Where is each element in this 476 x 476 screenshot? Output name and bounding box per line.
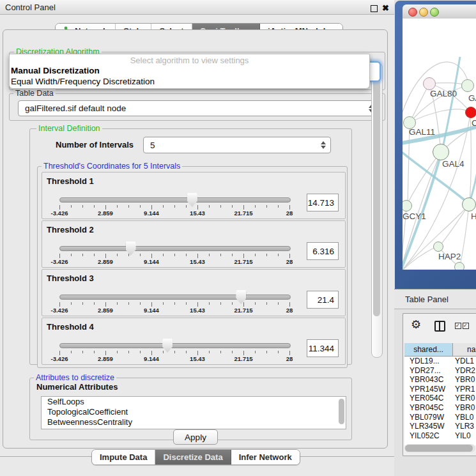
- cell-shared-name[interactable]: YDL19...: [404, 357, 452, 366]
- zoom-traffic-light-icon[interactable]: [430, 8, 439, 17]
- table-hscrollbar[interactable]: [404, 444, 475, 452]
- HAP2-node[interactable]: [433, 242, 443, 252]
- cell-shared-name[interactable]: YLR345W: [404, 422, 452, 431]
- cell-shared-name[interactable]: YDR27...: [404, 366, 452, 376]
- table-row[interactable]: YLR345WYLR3: [404, 422, 476, 431]
- tick-mark: [94, 302, 95, 305]
- scrollbar-thumb[interactable]: [373, 72, 380, 316]
- num-intervals-select[interactable]: 5: [143, 137, 331, 153]
- table-panel-titlebar: Table Panel: [394, 289, 476, 309]
- table-row[interactable]: YPR145WYPR1: [404, 385, 476, 394]
- tab-impute-data[interactable]: Impute Data: [92, 450, 155, 464]
- select-columns-icons[interactable]: ✓✓: [455, 323, 469, 329]
- tick-mark: [71, 205, 72, 208]
- cell-name[interactable]: YLR3: [452, 422, 476, 431]
- minimize-traffic-light-icon[interactable]: [419, 8, 428, 17]
- scrollbar-thumb[interactable]: [405, 445, 473, 452]
- threshold-value-field[interactable]: [307, 194, 339, 211]
- cell-name[interactable]: YDR2: [452, 366, 476, 376]
- tick-label: -3.426: [40, 307, 79, 314]
- slider-handle[interactable]: [162, 339, 173, 353]
- slider-handle[interactable]: [126, 242, 136, 256]
- algorithm-option-manual[interactable]: Manual Discretization: [11, 66, 100, 75]
- cell-name[interactable]: YBR0: [452, 403, 476, 413]
- gear-icon[interactable]: ⚙: [411, 319, 421, 330]
- cell-name[interactable]: YBL0: [452, 413, 476, 422]
- threshold-value-field[interactable]: [307, 291, 339, 309]
- tick-mark: [255, 351, 256, 353]
- cell-name[interactable]: YIL0: [452, 431, 476, 441]
- tick-mark: [255, 205, 256, 208]
- apply-button[interactable]: Apply: [173, 429, 218, 445]
- tick-mark: [289, 351, 290, 355]
- slider-handle[interactable]: [236, 290, 246, 304]
- columns-icon[interactable]: [434, 321, 445, 332]
- cell-name[interactable]: YER0: [452, 394, 476, 403]
- interval-definition-group: Interval Definition Number of Intervals …: [29, 128, 352, 365]
- network-canvas[interactable]: GAL80GACGAL11GAL4GCY1HHAP2: [403, 19, 476, 270]
- node-label: GA: [468, 93, 476, 103]
- tick-mark: [278, 302, 279, 305]
- numerical-attributes-list[interactable]: SelfLoopsTopologicalCoefficientBetweenne…: [41, 396, 346, 429]
- slider-track[interactable]: [59, 197, 291, 203]
- node-table[interactable]: shared... na YDL19...YDL1YDR27...YDR2YBR…: [404, 343, 476, 445]
- attribute-list-item[interactable]: SelfLoops: [42, 397, 346, 407]
- threshold-value-field[interactable]: [307, 242, 339, 260]
- node[interactable]: [462, 197, 476, 211]
- threshold-label: Threshold 2: [47, 225, 94, 234]
- algorithm-hint-option[interactable]: Select algorithm to view settings: [10, 56, 369, 65]
- table-row[interactable]: YBL079WYBL0: [404, 413, 476, 422]
- cell-shared-name[interactable]: YPR145W: [404, 385, 452, 394]
- tick-mark: [105, 302, 106, 307]
- tick-label: 15.43: [178, 307, 217, 314]
- attribute-list-item[interactable]: TopologicalCoefficient: [42, 407, 346, 417]
- tick-mark: [186, 351, 187, 353]
- tick-label: 15.43: [178, 258, 217, 265]
- selected-red-node[interactable]: [465, 107, 476, 118]
- float-window-icon[interactable]: [371, 5, 378, 12]
- cell-shared-name[interactable]: YIL052C: [404, 431, 452, 441]
- cell-name[interactable]: YDL1: [452, 357, 476, 366]
- cell-shared-name[interactable]: YBR045C: [404, 403, 452, 413]
- slider-handle[interactable]: [187, 193, 197, 207]
- table-row[interactable]: YBR045CYBR0: [404, 403, 476, 413]
- node[interactable]: [461, 79, 474, 92]
- column-header-shared-name[interactable]: shared...: [404, 343, 453, 356]
- GAL4-node[interactable]: [433, 144, 449, 160]
- threshold-value-field[interactable]: [307, 339, 339, 357]
- tick-label: 21.715: [224, 307, 263, 314]
- tick-label: 21.715: [224, 210, 263, 217]
- panel-scrollbar[interactable]: [371, 63, 383, 358]
- slider-track[interactable]: [59, 343, 291, 348]
- slider-track[interactable]: [59, 295, 291, 300]
- control-panel: Control Panel ✖ NetworkStyleSelectCyni T…: [0, 0, 394, 476]
- node-label: GAL11: [409, 127, 435, 137]
- table-row[interactable]: YDR27...YDR2: [404, 366, 476, 376]
- close-traffic-light-icon[interactable]: [408, 8, 417, 17]
- table-row[interactable]: YIL052CYIL0: [404, 431, 476, 441]
- tab-infer-network[interactable]: Infer Network: [231, 450, 300, 464]
- tick-mark: [163, 302, 164, 305]
- close-icon[interactable]: ✖: [382, 3, 389, 13]
- table-row[interactable]: YDL19...YDL1: [404, 357, 476, 366]
- cell-name[interactable]: YBR0: [452, 375, 476, 385]
- table-data-select[interactable]: galFiltered.sif default node: [18, 100, 379, 116]
- cell-shared-name[interactable]: YBL079W: [404, 413, 452, 422]
- cell-shared-name[interactable]: YER054C: [404, 394, 452, 403]
- table-row[interactable]: YER054CYER0: [404, 394, 476, 403]
- algorithm-option-equal-width[interactable]: Equal Width/Frequency Discretization: [11, 77, 155, 86]
- node[interactable]: [454, 262, 464, 270]
- table-row[interactable]: YBR043CYBR0: [404, 375, 476, 385]
- num-intervals-label: Number of Intervals: [56, 140, 134, 150]
- column-header-name[interactable]: na: [453, 343, 476, 356]
- cell-shared-name[interactable]: YBR043C: [404, 375, 452, 385]
- table-header-row: shared... na: [404, 343, 476, 357]
- tick-label: -3.426: [40, 210, 79, 217]
- GAL80-node[interactable]: [423, 77, 436, 90]
- node-label: GCY1: [403, 211, 426, 221]
- attribute-list-item[interactable]: BetweennessCentrality: [42, 417, 346, 427]
- tab-discretize-data[interactable]: Discretize Data: [155, 450, 231, 464]
- cell-name[interactable]: YPR1: [452, 385, 476, 394]
- slider-track[interactable]: [59, 246, 291, 251]
- list-scrollbar[interactable]: [339, 399, 344, 424]
